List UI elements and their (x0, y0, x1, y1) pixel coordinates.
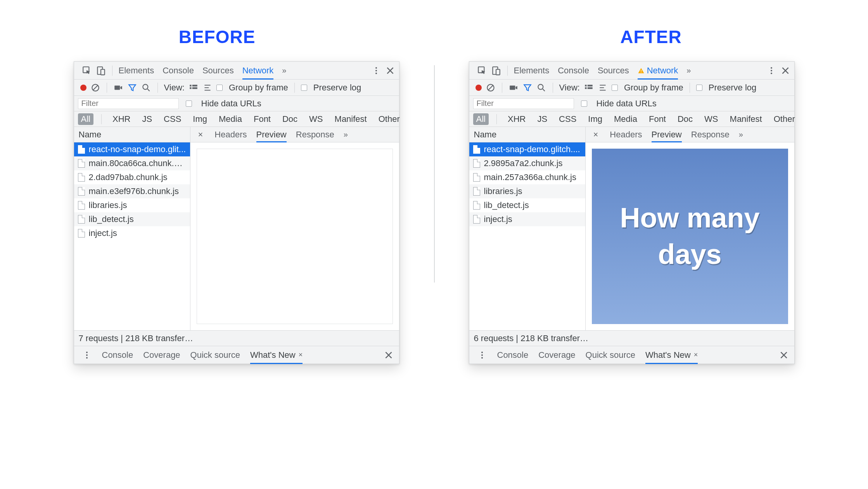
drawer-tab-coverage[interactable]: Coverage (143, 346, 180, 364)
tab-console[interactable]: Console (558, 62, 589, 79)
type-doc[interactable]: Doc (674, 113, 696, 125)
type-ws[interactable]: WS (701, 113, 721, 125)
detail-overflow-icon[interactable]: » (739, 130, 743, 139)
type-all[interactable]: All (473, 113, 489, 125)
drawer-tab-close-icon[interactable]: × (694, 351, 698, 359)
type-doc[interactable]: Doc (279, 113, 301, 125)
drawer-tab-whats-new[interactable]: What's New × (250, 346, 303, 364)
type-media[interactable]: Media (611, 113, 640, 125)
type-ws[interactable]: WS (306, 113, 326, 125)
group-by-frame-checkbox[interactable] (216, 85, 223, 91)
view-small-icon[interactable] (598, 83, 608, 93)
tab-network[interactable]: Network (638, 62, 678, 79)
hide-data-urls-checkbox[interactable] (581, 101, 587, 107)
drawer-tab-quick-source[interactable]: Quick source (190, 346, 240, 364)
drawer-tab-coverage[interactable]: Coverage (538, 346, 575, 364)
type-img[interactable]: Img (190, 113, 210, 125)
preserve-log-checkbox[interactable] (301, 85, 307, 91)
type-xhr[interactable]: XHR (109, 113, 133, 125)
tab-elements[interactable]: Elements (514, 62, 550, 79)
type-other[interactable]: Other (375, 113, 403, 125)
request-row[interactable]: libraries.js (74, 198, 190, 212)
type-manifest[interactable]: Manifest (332, 113, 370, 125)
search-icon[interactable] (141, 83, 151, 93)
clear-icon[interactable] (90, 83, 100, 93)
drawer-tab-whats-new[interactable]: What's New × (645, 346, 698, 364)
tab-sources[interactable]: Sources (598, 62, 629, 79)
name-column-header[interactable]: Name (469, 127, 586, 142)
request-row[interactable]: 2.9895a7a2.chunk.js (469, 156, 585, 170)
request-row[interactable]: 2.dad97bab.chunk.js (74, 170, 190, 184)
detail-overflow-icon[interactable]: » (344, 130, 348, 139)
detail-tab-preview[interactable]: Preview (652, 127, 682, 142)
close-details-icon[interactable]: × (591, 130, 601, 140)
tabs-overflow-icon[interactable]: » (686, 66, 691, 75)
tabs-overflow-icon[interactable]: » (282, 66, 286, 75)
close-details-icon[interactable]: × (196, 130, 206, 140)
request-row[interactable]: main.257a366a.chunk.js (469, 170, 585, 184)
detail-tab-preview[interactable]: Preview (256, 127, 287, 142)
type-font[interactable]: Font (646, 113, 669, 125)
type-media[interactable]: Media (216, 113, 245, 125)
type-css[interactable]: CSS (161, 113, 184, 125)
drawer-close-icon[interactable] (384, 350, 394, 360)
tab-network[interactable]: Network (242, 62, 274, 79)
type-css[interactable]: CSS (556, 113, 579, 125)
type-img[interactable]: Img (585, 113, 605, 125)
type-font[interactable]: Font (251, 113, 274, 125)
group-by-frame-checkbox[interactable] (612, 85, 618, 91)
request-row[interactable]: react-no-snap-demo.glit... (74, 142, 190, 156)
request-row[interactable]: lib_detect.js (469, 198, 585, 212)
type-other[interactable]: Other (771, 113, 798, 125)
detail-tab-headers[interactable]: Headers (610, 127, 642, 142)
request-row[interactable]: main.e3ef976b.chunk.js (74, 184, 190, 198)
close-icon[interactable] (385, 66, 395, 76)
request-row[interactable]: inject.js (469, 212, 585, 226)
type-manifest[interactable]: Manifest (727, 113, 765, 125)
detail-tab-response[interactable]: Response (296, 127, 334, 142)
record-icon[interactable] (475, 85, 482, 91)
kebab-icon[interactable] (766, 66, 776, 76)
filter-icon[interactable] (127, 83, 137, 93)
hide-data-urls-checkbox[interactable] (186, 101, 192, 107)
type-js[interactable]: JS (139, 113, 155, 125)
drawer-kebab-icon[interactable] (477, 350, 487, 360)
drawer-close-icon[interactable] (779, 350, 789, 360)
type-all[interactable]: All (78, 113, 93, 125)
request-row[interactable]: main.80ca66ca.chunk.css (74, 156, 190, 170)
device-icon[interactable] (491, 66, 501, 76)
name-column-header[interactable]: Name (74, 127, 190, 142)
request-row[interactable]: react-snap-demo.glitch.... (469, 142, 585, 156)
kebab-icon[interactable] (371, 66, 381, 76)
device-icon[interactable] (96, 66, 106, 76)
request-row[interactable]: inject.js (74, 226, 190, 240)
view-small-icon[interactable] (202, 83, 213, 93)
filter-icon[interactable] (522, 83, 533, 93)
inspect-icon[interactable] (477, 66, 487, 76)
tab-sources[interactable]: Sources (202, 62, 234, 79)
clear-icon[interactable] (486, 83, 496, 93)
camera-icon[interactable] (508, 83, 519, 93)
drawer-tab-console[interactable]: Console (102, 346, 133, 364)
drawer-tab-console[interactable]: Console (497, 346, 529, 364)
request-row[interactable]: libraries.js (469, 184, 585, 198)
view-large-icon[interactable] (188, 83, 199, 93)
view-large-icon[interactable] (584, 83, 594, 93)
record-icon[interactable] (80, 85, 86, 91)
type-xhr[interactable]: XHR (505, 113, 529, 125)
tab-elements[interactable]: Elements (119, 62, 154, 79)
drawer-tab-quick-source[interactable]: Quick source (586, 346, 635, 364)
inspect-icon[interactable] (82, 66, 92, 76)
drawer-kebab-icon[interactable] (82, 350, 92, 360)
tab-console[interactable]: Console (163, 62, 194, 79)
detail-tab-response[interactable]: Response (691, 127, 730, 142)
close-icon[interactable] (780, 66, 790, 76)
camera-icon[interactable] (113, 83, 123, 93)
detail-tab-headers[interactable]: Headers (214, 127, 247, 142)
search-icon[interactable] (536, 83, 546, 93)
filter-input[interactable] (473, 98, 574, 109)
request-row[interactable]: lib_detect.js (74, 212, 190, 226)
type-js[interactable]: JS (534, 113, 550, 125)
filter-input[interactable] (78, 98, 179, 109)
preserve-log-checkbox[interactable] (696, 85, 702, 91)
